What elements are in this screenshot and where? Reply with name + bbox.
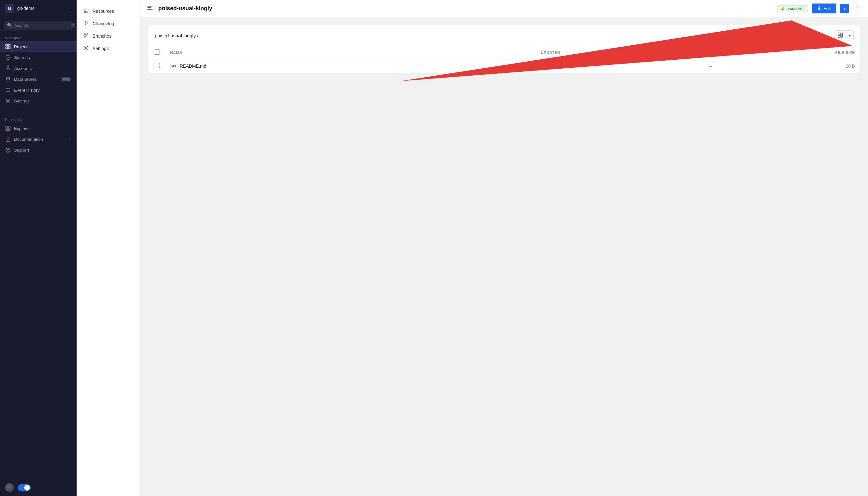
secondary-nav-item-branches[interactable]: Branches: [77, 30, 140, 42]
svg-rect-12: [6, 126, 7, 128]
sidebar-item-label: Support: [14, 148, 29, 153]
app-name: git-demo: [17, 6, 65, 11]
svg-rect-14: [6, 129, 7, 130]
markdown-icon: MD: [170, 64, 177, 68]
secondary-nav-item-resources[interactable]: Resources: [77, 5, 140, 17]
dropdown-chevron-icon: ▾: [843, 6, 846, 11]
sidebar-item-explore[interactable]: Explore: [0, 123, 77, 134]
svg-rect-36: [840, 35, 842, 37]
svg-point-25: [84, 36, 85, 37]
sidebar-item-projects[interactable]: Projects: [0, 41, 77, 52]
sidebar-item-label: Accounts: [14, 66, 32, 71]
accounts-icon: [5, 65, 11, 71]
svg-point-27: [85, 47, 87, 49]
page-title: poised-usual-kingly: [158, 5, 773, 12]
changelog-nav-icon: [83, 20, 89, 27]
secondary-nav-label: Branches: [93, 33, 111, 38]
edit-dropdown-button[interactable]: ▾: [840, 4, 849, 13]
sidebar-item-event-history[interactable]: Event History: [0, 84, 77, 95]
sidebar-item-documentation[interactable]: Documentation ↗: [0, 134, 77, 144]
sidebar-item-label: Projects: [14, 44, 30, 49]
app-logo: G: [5, 4, 14, 13]
edit-label: Edit: [823, 6, 831, 11]
branches-nav-icon: [83, 33, 89, 39]
lock-icon: 🔒: [780, 6, 785, 11]
search-bar[interactable]: 🔍 /: [4, 21, 73, 30]
svg-point-11: [7, 100, 9, 102]
sidebar-item-support[interactable]: ? Support: [0, 144, 77, 155]
secondary-nav: Resources Changelog Branches: [77, 0, 140, 496]
data-stores-icon: [5, 76, 11, 82]
file-size: 20 B: [717, 59, 860, 73]
sidebar-item-label: Data Stores: [14, 77, 37, 82]
file-updated: 1 second ago: [388, 59, 565, 73]
explore-icon: [5, 125, 11, 131]
svg-rect-2: [6, 47, 7, 49]
user-avatar: [5, 483, 14, 492]
svg-rect-30: [147, 9, 153, 10]
view-toggle-button[interactable]: ▾: [834, 30, 854, 41]
sidebar-item-label: Settings: [14, 99, 30, 104]
sidebar-item-label: Event History: [14, 88, 40, 93]
view-chevron-icon: ▾: [846, 32, 853, 40]
select-all-checkbox[interactable]: [155, 49, 160, 55]
beta-badge: Beta: [61, 77, 72, 81]
column-name: NAME: [165, 46, 388, 59]
more-icon: ⋮: [854, 5, 861, 12]
secondary-nav-item-settings[interactable]: Settings: [77, 43, 140, 54]
topbar-menu-icon[interactable]: [147, 4, 153, 13]
toggle-knob: [24, 485, 30, 491]
secondary-nav-label: Changelog: [93, 21, 114, 26]
svg-rect-28: [147, 6, 153, 7]
file-name[interactable]: README.md: [180, 63, 206, 68]
topbar: poised-usual-kingly 🔒 production Edit ▾ …: [140, 0, 868, 17]
file-browser: poised-usual-kingly / ▾: [148, 25, 861, 73]
svg-rect-13: [8, 126, 10, 128]
svg-point-23: [84, 33, 85, 35]
support-icon: ?: [5, 147, 11, 153]
sidebar-item-accounts[interactable]: Accounts: [0, 63, 77, 74]
secondary-nav-label: Resources: [93, 9, 114, 14]
file-table: NAME UPDATED CHILDREN FILE SIZE MD: [148, 46, 860, 73]
sidebar-item-label: Explore: [14, 126, 29, 131]
search-icon: 🔍: [7, 23, 13, 28]
resources-nav-icon: [83, 8, 89, 14]
svg-rect-15: [8, 129, 10, 130]
edit-icon: [817, 6, 821, 11]
table-row: MD README.md 1 second ago – 20 B: [148, 59, 860, 73]
external-link-icon: ↗: [68, 137, 72, 141]
projects-icon: [5, 44, 11, 49]
grid-view-icon: [835, 31, 846, 41]
event-history-icon: [5, 87, 11, 93]
app-chevron-icon: ⌄: [68, 6, 72, 11]
workspace-label: Workspace: [0, 32, 77, 41]
avatar-group: [5, 483, 14, 492]
sources-icon: [5, 55, 11, 60]
sidebar-toggle[interactable]: [18, 484, 31, 491]
more-options-button[interactable]: ⋮: [853, 5, 862, 13]
svg-point-7: [6, 77, 10, 79]
sidebar-item-sources[interactable]: Sources: [0, 52, 77, 63]
search-input[interactable]: [15, 23, 68, 28]
sidebar-item-label: Documentation: [14, 137, 43, 142]
production-badge[interactable]: 🔒 production: [777, 5, 808, 12]
settings-icon: [5, 98, 11, 104]
sidebar-header[interactable]: G git-demo ⌄: [0, 0, 77, 17]
settings-nav-icon: [83, 45, 89, 51]
file-browser-path: poised-usual-kingly /: [155, 33, 199, 38]
file-browser-header: poised-usual-kingly / ▾: [148, 25, 860, 46]
secondary-nav-item-changelog[interactable]: Changelog: [77, 18, 140, 29]
sidebar-item-settings[interactable]: Settings: [0, 95, 77, 106]
svg-point-6: [7, 66, 9, 68]
edit-button[interactable]: Edit: [812, 3, 836, 13]
svg-rect-29: [147, 7, 151, 8]
secondary-nav-label: Settings: [93, 46, 109, 51]
svg-rect-3: [8, 47, 10, 49]
resources-label: Resources: [0, 114, 77, 123]
file-name-cell: MD README.md: [170, 63, 382, 68]
sidebar-item-data-stores[interactable]: Data Stores Beta: [0, 74, 77, 84]
svg-marker-22: [85, 21, 88, 25]
sidebar: G git-demo ⌄ 🔍 / Workspace Projects: [0, 0, 77, 496]
file-children: –: [566, 59, 717, 73]
file-checkbox[interactable]: [155, 63, 160, 68]
